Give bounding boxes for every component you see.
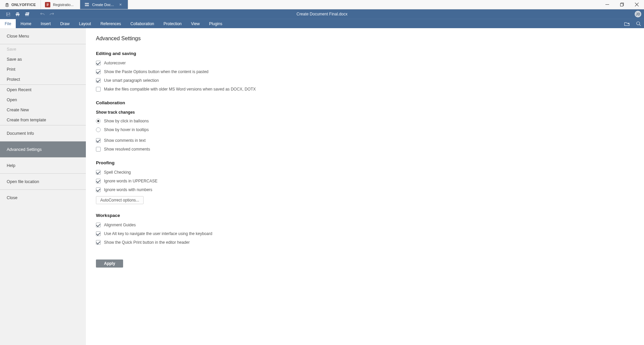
document-tabs: Registratio...Create Doc...×: [41, 0, 128, 9]
spell-check-label: Spell Checking: [104, 170, 131, 175]
document-filename: Create Document Final.docx: [297, 12, 347, 16]
main-area: Close MenuSaveSave asPrintProtectOpen Re…: [0, 28, 644, 345]
paste-options-checkbox[interactable]: [96, 69, 101, 74]
close-button[interactable]: [629, 0, 644, 9]
quick-print-label: Show the Quick Print button in the edito…: [104, 240, 190, 245]
open-location-icon[interactable]: [621, 19, 633, 28]
undo-icon[interactable]: [38, 10, 47, 18]
ignore-numbers-label: Ignore words with numbers: [104, 187, 152, 192]
file-menu-open-recent[interactable]: Open Recent: [0, 85, 86, 95]
autorecover-checkbox[interactable]: [96, 61, 101, 65]
svg-rect-2: [620, 4, 623, 6]
section-proofing: Proofing Spell Checking Ignore words in …: [96, 160, 634, 204]
file-menu-save-as[interactable]: Save as: [0, 54, 86, 64]
file-menu-print[interactable]: Print: [0, 64, 86, 74]
compat-label: Make the files compatible with older MS …: [104, 87, 256, 92]
track-hover-label: Show by hover in tooltips: [104, 127, 149, 132]
file-menu-close-menu[interactable]: Close Menu: [0, 28, 86, 44]
show-comments-checkbox[interactable]: [96, 138, 101, 143]
ignore-uppercase-label: Ignore words in UPPERCASE: [104, 179, 157, 183]
apply-bar: Apply: [96, 253, 634, 272]
brand-label: ONLYOFFICE: [11, 3, 36, 7]
track-hover-radio[interactable]: [96, 127, 101, 132]
minimize-button[interactable]: [600, 0, 614, 9]
stack-icon: [5, 2, 9, 7]
document-tab-label: Create Doc...: [92, 3, 114, 7]
track-click-radio[interactable]: [96, 119, 101, 123]
alt-key-label: Use Alt key to navigate the user interfa…: [104, 231, 212, 236]
hamburger-icon: [84, 2, 90, 7]
settings-content: Advanced Settings Editing and saving Aut…: [86, 28, 644, 345]
file-menu-close[interactable]: Close: [0, 190, 86, 206]
ignore-numbers-checkbox[interactable]: [96, 187, 101, 192]
ribbon-tab-draw[interactable]: Draw: [55, 19, 74, 28]
ribbon-tab-view[interactable]: View: [186, 19, 205, 28]
ribbon-tab-layout[interactable]: Layout: [74, 19, 96, 28]
file-menu-protect[interactable]: Protect: [0, 74, 86, 84]
show-comments-label: Show comments in text: [104, 138, 146, 143]
section-editing: Editing and saving Autorecover Show the …: [96, 51, 634, 92]
redo-icon[interactable]: [47, 10, 56, 18]
show-resolved-checkbox[interactable]: [96, 147, 101, 152]
file-menu-create-new[interactable]: Create New: [0, 105, 86, 115]
alt-key-checkbox[interactable]: [96, 231, 101, 236]
ribbon-tab-plugins[interactable]: Plugins: [204, 19, 227, 28]
file-menu-open-file-location[interactable]: Open file location: [0, 174, 86, 189]
ribbon-tab-references[interactable]: References: [96, 19, 125, 28]
autorecover-label: Autorecover: [104, 61, 126, 65]
file-sidebar: Close MenuSaveSave asPrintProtectOpen Re…: [0, 28, 86, 345]
file-menu-advanced-settings[interactable]: Advanced Settings: [0, 141, 86, 157]
document-tab[interactable]: Registratio...: [41, 0, 80, 9]
svg-point-3: [28, 12, 29, 14]
workspace-heading: Workspace: [96, 213, 634, 218]
ribbon-tab-home[interactable]: Home: [16, 19, 36, 28]
save-icon[interactable]: [3, 10, 13, 18]
paste-options-label: Show the Paste Options button when the c…: [104, 69, 209, 74]
close-tab-icon[interactable]: ×: [119, 2, 122, 7]
quick-print-checkbox[interactable]: [96, 240, 101, 245]
track-click-label: Show by click in balloons: [104, 119, 149, 123]
window-controls: [600, 0, 644, 9]
show-resolved-label: Show resolved comments: [104, 147, 150, 152]
file-menu-document-info[interactable]: Document Info: [0, 125, 86, 141]
profile-avatar[interactable]: JD: [635, 11, 641, 17]
quick-toolbar: Create Document Final.docx JD: [0, 9, 644, 19]
document-icon: [45, 2, 50, 7]
search-icon[interactable]: [633, 19, 644, 28]
ribbon-tab-protection[interactable]: Protection: [159, 19, 186, 28]
smart-paragraph-label: Use smart paragraph selection: [104, 78, 159, 83]
autocorrect-button[interactable]: AutoCorrect options...: [96, 196, 144, 204]
file-menu-save: Save: [0, 44, 86, 54]
ribbon-tab-insert[interactable]: Insert: [36, 19, 55, 28]
proofing-heading: Proofing: [96, 160, 634, 165]
ribbon-tab-collaboration[interactable]: Collaboration: [126, 19, 159, 28]
brand-tab[interactable]: ONLYOFFICE: [0, 0, 41, 9]
ribbon-menu: FileHomeInsertDrawLayoutReferencesCollab…: [0, 19, 644, 28]
ribbon-tab-file[interactable]: File: [0, 19, 16, 28]
compat-checkbox[interactable]: [96, 87, 101, 92]
document-tab-label: Registratio...: [53, 3, 74, 7]
section-collaboration: Collaboration Show track changes Show by…: [96, 100, 634, 152]
quick-print-icon[interactable]: [22, 10, 32, 18]
editing-heading: Editing and saving: [96, 51, 634, 56]
file-menu-open[interactable]: Open: [0, 95, 86, 105]
ignore-uppercase-checkbox[interactable]: [96, 179, 101, 183]
svg-point-4: [636, 22, 639, 25]
maximize-button[interactable]: [614, 0, 629, 9]
print-icon[interactable]: [13, 10, 22, 18]
smart-paragraph-checkbox[interactable]: [96, 78, 101, 83]
file-menu-create-from-template[interactable]: Create from template: [0, 115, 86, 125]
file-menu-help[interactable]: Help: [0, 158, 86, 173]
page-title: Advanced Settings: [96, 36, 634, 42]
alignment-guides-label: Alignment Guides: [104, 223, 136, 227]
titlebar: ONLYOFFICE Registratio...Create Doc...×: [0, 0, 644, 9]
spell-check-checkbox[interactable]: [96, 170, 101, 175]
alignment-guides-checkbox[interactable]: [96, 223, 101, 227]
collab-heading: Collaboration: [96, 100, 634, 105]
section-workspace: Workspace Alignment Guides Use Alt key t…: [96, 213, 634, 245]
document-tab[interactable]: Create Doc...×: [80, 0, 128, 9]
apply-button[interactable]: Apply: [96, 260, 123, 268]
track-changes-heading: Show track changes: [96, 110, 634, 115]
